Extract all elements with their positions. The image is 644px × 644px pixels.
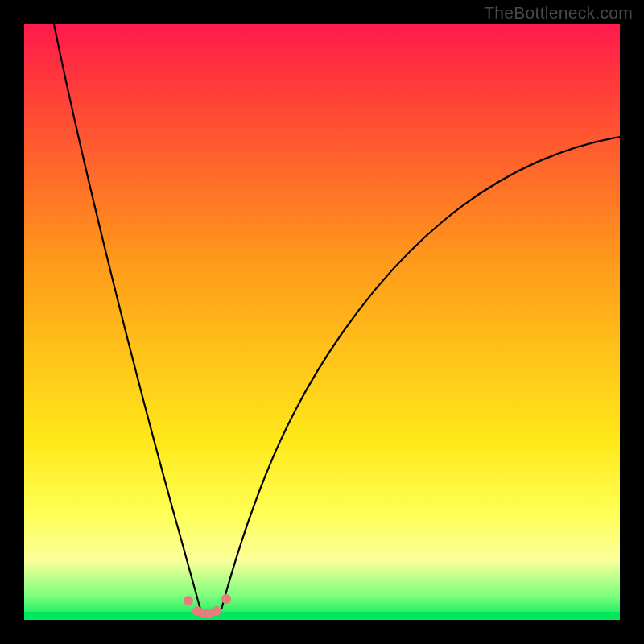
marker-dot [184,596,193,605]
chart-plot-area [24,24,620,620]
curve-left-branch [54,24,200,609]
watermark-text: TheBottleneck.com [484,3,633,23]
marker-dot [221,594,231,604]
bottleneck-curve [24,24,620,620]
curve-right-branch [221,137,620,609]
marker-dot [212,606,221,616]
green-baseline [24,612,620,620]
